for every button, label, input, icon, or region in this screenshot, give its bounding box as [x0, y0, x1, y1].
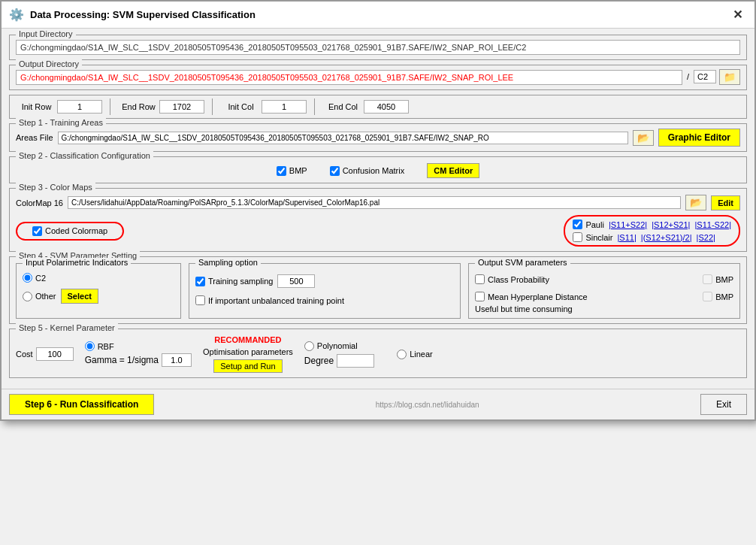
linear-radio[interactable]: [397, 350, 407, 359]
mean-hyperplane-row: Mean Hyperplane Distance BMP: [475, 292, 733, 301]
output-directory-section: Output Directory / 📁: [9, 65, 747, 90]
colormap-folder-btn[interactable]: 📂: [685, 195, 706, 210]
colormap-input[interactable]: [68, 196, 681, 209]
coded-colormap-text: Coded Colormap: [45, 226, 107, 235]
input-dir-label: Input Directory: [16, 29, 76, 38]
dir-suffix-input[interactable]: [694, 70, 716, 83]
input-directory-section: Input Directory: [9, 35, 747, 60]
training-sampling-check-label[interactable]: Training sampling: [195, 277, 273, 286]
dir-slash: /: [685, 72, 691, 81]
c2-radio-label[interactable]: C2: [23, 273, 46, 283]
confusion-matrix-text: Confusion Matrix: [343, 166, 405, 175]
important-unbalanced-checkbox[interactable]: [195, 295, 205, 305]
step5-row: Cost RBF Gamma = 1/sigma RECOMMANDED Op: [16, 335, 740, 373]
sinclair-s12s21-link[interactable]: |(S12+S21)/2|: [641, 233, 692, 242]
end-row-input[interactable]: [159, 100, 204, 114]
pauli-s12s21-link[interactable]: |S12+S21|: [652, 220, 690, 229]
colormap-label: ColorMap 16: [16, 198, 63, 207]
class-probability-check-label[interactable]: Class Probability: [475, 274, 549, 284]
coded-colormap-row: Coded Colormap Pauli |S11+S22| |S12+S21|: [16, 215, 740, 247]
polynomial-radio-label[interactable]: Polynomial: [304, 341, 374, 351]
sinclair-checkbox[interactable]: [573, 232, 582, 242]
init-row-input[interactable]: [57, 100, 102, 114]
output-svm-label: Output SVM parameters: [475, 258, 570, 267]
poly-linear-group: Polynomial Degree Linear: [304, 341, 457, 368]
training-sampling-input[interactable]: [277, 274, 315, 288]
other-radio-label[interactable]: Other: [23, 292, 56, 301]
linear-radio-label[interactable]: Linear: [397, 350, 457, 359]
coded-colormap-check-label[interactable]: Coded Colormap: [32, 226, 107, 236]
areas-file-row: Areas File 📂 Graphic Editor: [16, 129, 740, 147]
areas-file-input[interactable]: [58, 132, 628, 144]
mean-hyperplane-bmp-checkbox: [703, 292, 712, 301]
step5-section: Step 5 - Kernel Parameter Cost RBF Gamma…: [9, 329, 747, 378]
colormap-row: ColorMap 16 📂 Edit: [16, 195, 740, 210]
output-dir-input[interactable]: [16, 70, 682, 85]
gamma-row: Gamma = 1/sigma: [85, 353, 192, 367]
polynomial-group: Polynomial Degree: [304, 341, 374, 368]
close-button[interactable]: ✕: [728, 6, 747, 23]
step2-section: Step 2 - Classification Configuration BM…: [9, 156, 747, 183]
pauli-check-label[interactable]: Pauli: [573, 220, 603, 229]
polynomial-radio[interactable]: [304, 341, 314, 351]
sinclair-text: Sinclair: [585, 233, 612, 242]
sinclair-row: Sinclair |S11| |(S12+S21)/2| |S22|: [573, 232, 731, 242]
sinclair-check-label[interactable]: Sinclair: [573, 232, 612, 242]
exit-btn[interactable]: Exit: [700, 394, 747, 415]
mean-hyperplane-bmp-check[interactable]: BMP: [703, 292, 733, 301]
sinclair-s22-link[interactable]: |S22|: [697, 233, 715, 242]
recommanded-text: RECOMMANDED: [214, 335, 281, 344]
class-probability-checkbox[interactable]: [475, 274, 485, 284]
pauli-sinclair-col: Pauli |S11+S22| |S12+S21| |S11-S22| Sinc…: [573, 220, 731, 242]
c2-text: C2: [35, 274, 46, 283]
input-polarimetric-section: Input Polarimetric Indicators C2 Other S…: [16, 263, 181, 319]
pauli-s11s22-link[interactable]: |S11+S22|: [609, 220, 647, 229]
setup-run-btn[interactable]: Setup and Run: [213, 359, 282, 373]
colormap-edit-btn[interactable]: Edit: [711, 195, 740, 210]
confusion-matrix-checkbox[interactable]: [330, 166, 340, 176]
class-prob-bmp-text: BMP: [715, 275, 733, 284]
output-svm-section: Output SVM parameters Class Probability …: [468, 263, 740, 319]
important-unbalanced-check-label[interactable]: If important unbalanced training point: [195, 295, 344, 305]
pauli-checkbox[interactable]: [573, 220, 582, 229]
pauli-s11-s22-link[interactable]: |S11-S22|: [694, 220, 731, 229]
mean-hyperplane-check-label[interactable]: Mean Hyperplane Distance: [475, 292, 588, 301]
bottom-bar: Step 6 - Run Classification https://blog…: [2, 389, 754, 419]
init-col-input[interactable]: [262, 100, 307, 114]
coded-colormap-checkbox[interactable]: [32, 226, 42, 236]
degree-row: Degree: [304, 354, 374, 368]
cm-editor-btn[interactable]: CM Editor: [427, 163, 479, 178]
input-dir-input[interactable]: [16, 40, 740, 55]
gamma-label: Gamma = 1/sigma: [85, 355, 159, 365]
mean-hyperplane-checkbox[interactable]: [475, 292, 485, 301]
content-area: Input Directory Output Directory / 📁 Ini…: [2, 29, 754, 389]
confusion-matrix-check-label[interactable]: Confusion Matrix: [330, 166, 405, 176]
end-row-label: End Row: [118, 102, 159, 111]
graphic-editor-btn[interactable]: Graphic Editor: [658, 129, 740, 147]
gamma-input[interactable]: [162, 353, 192, 367]
cost-input[interactable]: [36, 347, 74, 361]
input-polarimetric-label: Input Polarimetric Indicators: [23, 258, 131, 267]
c2-radio[interactable]: [23, 273, 32, 283]
c2-radio-row: C2: [23, 273, 174, 283]
rbf-radio-label[interactable]: RBF: [85, 341, 192, 351]
select-btn[interactable]: Select: [61, 289, 98, 304]
areas-folder-btn[interactable]: 📂: [633, 130, 654, 146]
other-radio[interactable]: [23, 292, 32, 301]
training-sampling-checkbox[interactable]: [195, 277, 205, 286]
bmp-checkbox[interactable]: [277, 166, 286, 176]
output-dir-row: / 📁: [16, 68, 740, 85]
rbf-group: RBF Gamma = 1/sigma: [85, 341, 192, 367]
run-classification-btn[interactable]: Step 6 - Run Classification: [9, 394, 154, 415]
rbf-radio[interactable]: [85, 341, 95, 351]
degree-input[interactable]: [337, 354, 374, 368]
output-dir-folder-btn[interactable]: 📁: [719, 69, 740, 85]
title-bar: ⚙️ Data Processing: SVM Supervised Class…: [2, 2, 754, 29]
main-window: ⚙️ Data Processing: SVM Supervised Class…: [0, 0, 756, 421]
class-prob-bmp-check[interactable]: BMP: [703, 274, 733, 284]
end-col-input[interactable]: [364, 100, 409, 114]
step4-section: Step 4 - SVM Parameter Setting Input Pol…: [9, 256, 747, 324]
class-prob-bmp-checkbox: [703, 274, 712, 284]
bmp-check-label[interactable]: BMP: [277, 166, 307, 176]
sinclair-s11-link[interactable]: |S11|: [617, 233, 636, 242]
